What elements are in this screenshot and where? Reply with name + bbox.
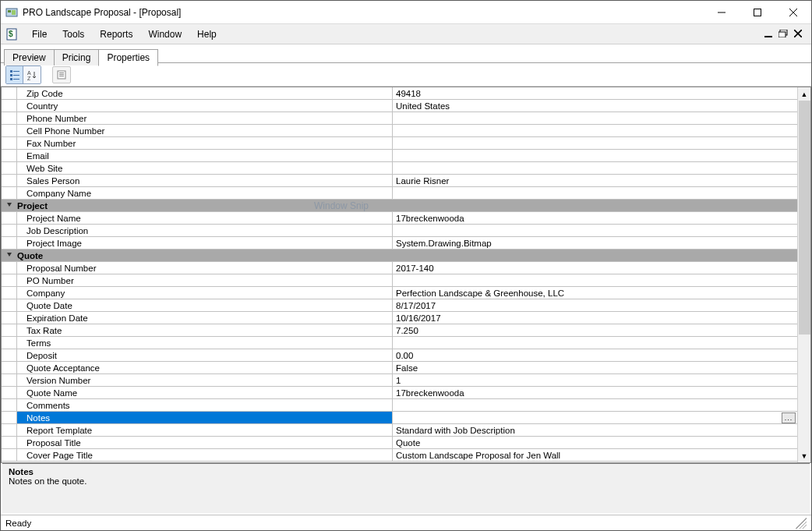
property-value[interactable]: False [393,362,797,373]
row-gutter[interactable] [2,362,17,373]
row-gutter[interactable] [2,374,17,386]
row-gutter[interactable] [2,287,17,299]
categorized-view-button[interactable] [6,66,23,83]
property-row[interactable]: Cell Phone Number [2,125,797,137]
scroll-down-button[interactable]: ▼ [798,449,810,462]
row-gutter[interactable] [2,250,17,261]
row-gutter[interactable] [2,412,17,423]
property-row[interactable]: Company Name [2,187,797,200]
collapse-icon[interactable] [5,250,14,262]
property-value[interactable]: System.Drawing.Bitmap [393,237,797,249]
tab-pricing[interactable]: Pricing [54,49,100,65]
property-value[interactable]: 17breckenwooda [393,387,797,398]
property-value[interactable]: 10/16/2017 [393,312,797,324]
property-row[interactable]: Expiration Date10/16/2017 [2,312,797,324]
property-value[interactable] [393,337,797,349]
row-gutter[interactable] [2,262,17,274]
property-value[interactable]: 8/17/2017 [393,299,797,311]
row-gutter[interactable] [2,162,17,174]
property-value[interactable]: Perfection Landscape & Greenhouse, LLC [393,287,797,299]
category-row[interactable]: Project [2,200,797,212]
mdi-minimize-button[interactable] [764,29,772,40]
property-value[interactable] [393,399,797,411]
scroll-up-button[interactable]: ▲ [798,87,810,101]
property-row[interactable]: Deposit0.00 [2,349,797,362]
row-gutter[interactable] [2,324,17,336]
collapse-icon[interactable] [5,200,14,212]
property-value[interactable]: Quote [393,437,797,448]
property-value[interactable]: ... [393,412,797,423]
property-value[interactable]: United States [393,100,797,112]
property-row[interactable]: Proposal Number2017-140 [2,262,797,274]
row-gutter[interactable] [2,449,17,461]
property-value[interactable] [393,225,797,236]
property-value[interactable] [393,125,797,136]
menu-help[interactable]: Help [189,27,224,42]
category-row[interactable]: Quote [2,250,797,262]
property-value[interactable]: 17breckenwooda [393,212,797,224]
property-value[interactable]: 1 [393,374,797,386]
property-row[interactable]: Cover Page TitleCustom Landscape Proposa… [2,449,797,462]
property-row[interactable]: Zip Code49418 [2,87,797,100]
property-row[interactable]: Sales PersonLaurie Risner [2,175,797,187]
row-gutter[interactable] [2,337,17,349]
property-value[interactable]: Standard with Job Description [393,424,797,436]
property-row[interactable]: Quote AcceptanceFalse [2,362,797,374]
row-gutter[interactable] [2,187,17,199]
property-value[interactable]: 7.250 [393,324,797,336]
close-button[interactable] [775,1,811,23]
property-row[interactable]: Project Name17breckenwooda [2,212,797,225]
row-gutter[interactable] [2,125,17,136]
row-gutter[interactable] [2,424,17,436]
row-gutter[interactable] [2,225,17,236]
property-value[interactable] [393,150,797,161]
property-row[interactable]: Email [2,150,797,162]
mdi-close-button[interactable] [794,29,802,40]
row-gutter[interactable] [2,212,17,224]
scroll-thumb[interactable] [799,101,810,335]
property-row[interactable]: Quote Name17breckenwooda [2,387,797,399]
maximize-button[interactable] [740,1,775,23]
property-row[interactable]: Notes... [2,412,797,424]
property-row[interactable]: Tax Rate7.250 [2,324,797,337]
property-value[interactable] [393,137,797,149]
row-gutter[interactable] [2,274,17,286]
row-gutter[interactable] [2,150,17,161]
row-gutter[interactable] [2,399,17,411]
property-value[interactable] [393,112,797,124]
property-row[interactable]: Phone Number [2,112,797,125]
property-row[interactable]: Comments [2,399,797,412]
property-row[interactable]: CountryUnited States [2,100,797,112]
property-value[interactable]: 2017-140 [393,262,797,274]
row-gutter[interactable] [2,387,17,398]
menu-tools[interactable]: Tools [55,27,92,42]
property-value[interactable]: 49418 [393,87,797,99]
property-row[interactable]: Proposal TitleQuote [2,437,797,449]
menu-window[interactable]: Window [140,27,189,42]
menu-file[interactable]: File [24,27,55,42]
alphabetical-view-button[interactable]: A Z [23,66,41,83]
property-row[interactable]: Fax Number [2,137,797,150]
menu-reports[interactable]: Reports [92,27,140,42]
row-gutter[interactable] [2,87,17,99]
row-gutter[interactable] [2,237,17,249]
property-value[interactable]: 0.00 [393,349,797,361]
property-value[interactable]: Laurie Risner [393,175,797,186]
row-gutter[interactable] [2,100,17,112]
row-gutter[interactable] [2,175,17,186]
ellipsis-button[interactable]: ... [782,412,796,423]
tab-preview[interactable]: Preview [4,49,55,65]
property-pages-button[interactable] [52,66,71,83]
row-gutter[interactable] [2,437,17,448]
resize-grip-icon[interactable] [796,518,807,529]
property-value[interactable] [393,187,797,199]
row-gutter[interactable] [2,200,17,211]
property-row[interactable]: Project ImageSystem.Drawing.Bitmap [2,237,797,250]
property-row[interactable]: PO Number [2,274,797,287]
tab-properties[interactable]: Properties [98,49,158,66]
property-row[interactable]: Report TemplateStandard with Job Descrip… [2,424,797,437]
property-value[interactable]: Custom Landscape Proposal for Jen Wall [393,449,797,461]
property-row[interactable]: Terms [2,337,797,349]
vertical-scrollbar[interactable]: ▲ ▼ [797,87,810,462]
property-row[interactable]: Job Description [2,225,797,237]
